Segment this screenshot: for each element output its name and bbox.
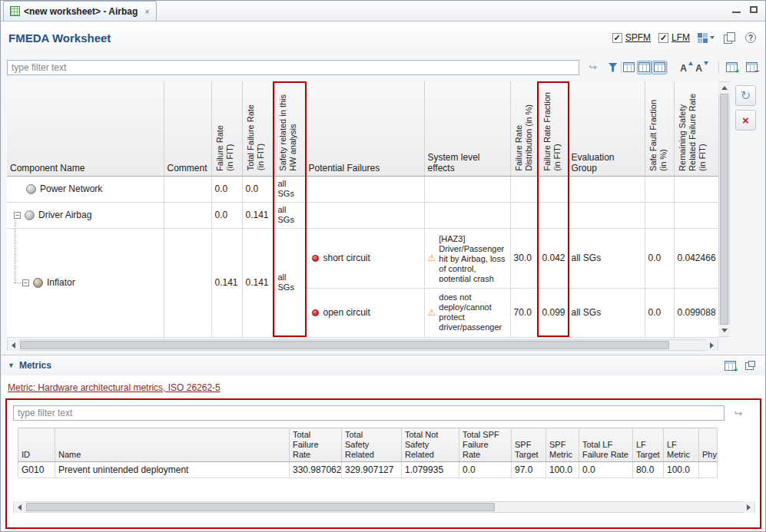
- filter-settings-icon[interactable]: [605, 61, 621, 74]
- apply-filter-icon[interactable]: ↪: [585, 61, 601, 74]
- cell-total-safety-related[interactable]: 329.907127: [342, 462, 402, 478]
- collapse-all-icon[interactable]: −: [744, 61, 759, 74]
- column-header-total-safety-related[interactable]: Total Safety Related: [342, 428, 402, 462]
- collapse-section-icon[interactable]: ▼: [8, 362, 15, 369]
- column-header-name[interactable]: Name: [55, 428, 290, 462]
- cell-total-failure-rate[interactable]: 330.987062: [290, 462, 342, 478]
- cell-total-failure-rate[interactable]: 0.141: [242, 202, 274, 228]
- column-header-lf-metric[interactable]: LF Metric: [664, 428, 699, 462]
- metrics-horizontal-scrollbar[interactable]: [13, 501, 755, 513]
- cell-safety-related[interactable]: all SGs: [274, 176, 305, 202]
- scroll-left-icon[interactable]: [8, 339, 19, 351]
- column-header-id[interactable]: ID: [18, 428, 55, 462]
- editor-tab[interactable]: <new worksheet> - Airbag ×: [3, 1, 157, 21]
- cell-failure-rate[interactable]: 0.0: [211, 176, 242, 202]
- column-header-potential-failures[interactable]: Potential Failures: [305, 81, 424, 176]
- column-header-comment[interactable]: Comment: [164, 81, 211, 176]
- scroll-left-icon[interactable]: [14, 501, 25, 513]
- cell-comment[interactable]: [164, 202, 211, 228]
- vertical-scrollbar[interactable]: [718, 81, 730, 337]
- cell-safety-related[interactable]: all SGs: [274, 228, 305, 337]
- cell-system-effect[interactable]: ⚠[HAZ3] Driver/Passenger hit by Airbag, …: [424, 228, 510, 288]
- help-icon[interactable]: ?: [744, 31, 758, 45]
- lfm-checkbox[interactable]: ✓ LFM: [658, 32, 690, 43]
- scrollbar-thumb[interactable]: [720, 94, 728, 325]
- cell-failure-rate[interactable]: 0.141: [211, 228, 242, 337]
- column-header-system-effects[interactable]: System level effects: [424, 81, 510, 176]
- cell-potential-failure[interactable]: open circuit: [305, 288, 424, 337]
- cell-safety-related[interactable]: all SGs: [274, 202, 305, 228]
- cell-component-name[interactable]: Power Network: [7, 176, 164, 202]
- cell-total-failure-rate[interactable]: 0.0: [242, 176, 274, 202]
- column-header-safety-related[interactable]: Safety related in this HW analysis: [274, 81, 305, 176]
- column-header-distribution[interactable]: Failure Rate Distribution (in %): [510, 81, 539, 176]
- cell-distribution[interactable]: 30.0: [510, 228, 539, 288]
- table-view-columns-icon[interactable]: [652, 61, 667, 74]
- cell-system-effect[interactable]: ⚠does not deploy/cannot protect driver/p…: [424, 288, 510, 337]
- column-header-safe-fault-fraction[interactable]: Safe Fault Fraction (in %): [645, 81, 674, 176]
- cell-remaining[interactable]: 0.099088: [674, 288, 718, 337]
- collapse-expander-icon[interactable]: −: [14, 212, 21, 219]
- cell-lf-metric[interactable]: 100.0: [664, 462, 699, 478]
- column-header-spf-metric[interactable]: SPF Metric: [546, 428, 579, 462]
- cell-name[interactable]: Prevent unintended deployment: [55, 462, 290, 478]
- column-header-evaluation-group[interactable]: Evaluation Group: [568, 81, 645, 176]
- column-header-component[interactable]: Component Name: [7, 81, 164, 176]
- column-header-failure-rate[interactable]: Failure Rate (in FIT): [211, 81, 242, 176]
- column-header-total-spf-failure-rate[interactable]: Total SPF Failure Rate: [459, 428, 512, 462]
- cell-component-name[interactable]: − Driver Airbag: [7, 202, 164, 228]
- metrics-apply-filter-icon[interactable]: ↪: [731, 406, 746, 420]
- table-view-normal-icon[interactable]: [622, 61, 637, 74]
- cell-failure-rate[interactable]: 0.0: [211, 202, 242, 228]
- refresh-button[interactable]: ↻: [735, 85, 756, 106]
- cell-id[interactable]: G010: [18, 462, 55, 478]
- column-header-total-not-safety-related[interactable]: Total Not Safety Related: [402, 428, 459, 462]
- cell-safe-fault-fraction[interactable]: 0.0: [645, 288, 674, 337]
- delete-button[interactable]: ×: [735, 110, 756, 131]
- cell-total-failure-rate[interactable]: 0.141: [242, 228, 274, 337]
- cell-total-not-safety-related[interactable]: 1.079935: [402, 462, 459, 478]
- scroll-right-icon[interactable]: [706, 339, 718, 351]
- cell-safe-fault-fraction[interactable]: 0.0: [645, 228, 674, 288]
- cell-component-name[interactable]: − Inflator: [7, 228, 164, 337]
- close-tab-icon[interactable]: ×: [144, 7, 149, 16]
- cell-fraction[interactable]: 0.042: [539, 228, 568, 288]
- cell-total-spf-failure-rate[interactable]: 0.0: [459, 462, 512, 478]
- cell-phy[interactable]: [699, 462, 718, 478]
- cell-total-lf-failure-rate[interactable]: 0.0: [579, 462, 633, 478]
- cell-evaluation-group[interactable]: all SGs: [568, 228, 645, 288]
- minimize-icon[interactable]: [732, 12, 741, 13]
- column-header-total-lf-failure-rate[interactable]: Total LF Failure Rate: [579, 428, 633, 462]
- filter-input[interactable]: [7, 60, 579, 75]
- cell-fraction[interactable]: 0.099: [539, 288, 568, 337]
- open-in-new-icon[interactable]: [743, 359, 757, 372]
- spfm-checkbox[interactable]: ✓ SPFM: [612, 32, 651, 43]
- table-view-merged-icon[interactable]: [637, 61, 652, 74]
- view-menu-icon[interactable]: [698, 31, 715, 45]
- column-header-total-failure-rate[interactable]: Total Failure Rate: [290, 428, 342, 462]
- maximize-icon[interactable]: [750, 6, 758, 13]
- metric-link[interactable]: Metric: Hardware architectural metrics, …: [8, 382, 221, 393]
- column-header-remaining[interactable]: Remaining Safety Related Failure Rate (i…: [674, 81, 718, 176]
- metrics-filter-input[interactable]: [13, 405, 725, 421]
- scroll-down-icon[interactable]: [718, 325, 730, 336]
- expand-all-icon[interactable]: +: [724, 61, 739, 74]
- cell-evaluation-group[interactable]: all SGs: [568, 288, 645, 337]
- cell-spf-metric[interactable]: 100.0: [546, 462, 579, 478]
- cell-distribution[interactable]: 70.0: [510, 288, 539, 337]
- collapse-expander-icon[interactable]: −: [22, 279, 29, 286]
- decrease-font-icon[interactable]: A: [694, 61, 709, 74]
- scrollbar-thumb[interactable]: [20, 341, 669, 349]
- scroll-right-icon[interactable]: [743, 501, 754, 513]
- column-header-spf-target[interactable]: SPF Target: [512, 428, 546, 462]
- scrollbar-thumb[interactable]: [26, 503, 495, 511]
- increase-font-icon[interactable]: A: [678, 61, 694, 74]
- cell-comment[interactable]: [164, 176, 211, 202]
- copy-icon[interactable]: [722, 31, 736, 45]
- column-header-phy[interactable]: Phy: [699, 428, 718, 462]
- cell-remaining[interactable]: 0.042466: [674, 228, 718, 288]
- cell-spf-target[interactable]: 97.0: [512, 462, 546, 478]
- metrics-section-header[interactable]: ▼ Metrics +: [2, 355, 764, 375]
- column-header-total-failure-rate[interactable]: Total Failure Rate (in FIT): [242, 81, 274, 176]
- cell-lf-target[interactable]: 80.0: [633, 462, 664, 478]
